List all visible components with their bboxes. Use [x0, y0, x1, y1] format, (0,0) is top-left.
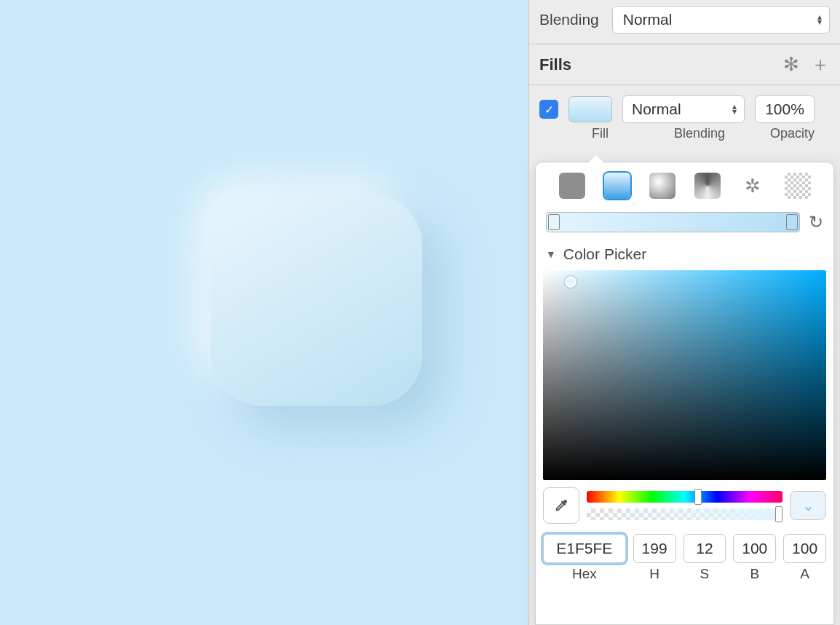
- chevron-updown-icon: ▴▾: [817, 15, 822, 25]
- color-value-labels: Hex H S B A: [543, 566, 826, 582]
- reverse-gradient-icon[interactable]: ↻: [809, 212, 823, 232]
- a-label: A: [783, 566, 826, 582]
- fill-sublabels: Fill Blending Opacity: [529, 123, 840, 143]
- alpha-slider[interactable]: [587, 508, 782, 520]
- chevron-updown-icon: ▴▾: [732, 104, 737, 114]
- gear-icon[interactable]: ✻: [783, 53, 799, 76]
- gradient-editor-row: ↻: [543, 212, 826, 232]
- fill-type-noise[interactable]: [785, 173, 811, 199]
- brightness-input[interactable]: 100: [733, 534, 776, 563]
- hue-thumb[interactable]: [694, 489, 702, 505]
- fill-type-image[interactable]: ✲: [740, 173, 766, 199]
- s-label: S: [684, 566, 726, 582]
- layer-blending-value: Normal: [623, 11, 673, 28]
- hue-input[interactable]: 199: [633, 534, 676, 563]
- color-popover: ✲ ↻ ▼ Color Picker: [535, 162, 834, 625]
- fills-section-header: Fills ✻ ＋: [529, 44, 840, 85]
- design-canvas[interactable]: [0, 0, 528, 625]
- fill-type-solid[interactable]: [559, 173, 585, 199]
- fill-blending-select[interactable]: Normal ▴▾: [622, 95, 745, 123]
- layer-blending-select[interactable]: Normal ▴▾: [612, 6, 830, 34]
- h-label: H: [633, 566, 676, 582]
- fill-type-linear[interactable]: [604, 173, 630, 199]
- hex-label: Hex: [543, 566, 626, 582]
- sliders-row: ⌄: [543, 487, 826, 524]
- color-picker-header[interactable]: ▼ Color Picker: [543, 245, 826, 263]
- plus-icon[interactable]: ＋: [811, 52, 830, 77]
- color-value-row: E1F5FE 199 12 100 100: [543, 534, 826, 563]
- saturation-input[interactable]: 12: [684, 534, 726, 563]
- b-label: B: [733, 566, 776, 582]
- gradient-bar[interactable]: [546, 212, 800, 232]
- inspector-panel: Blending Normal ▴▾ Fills ✻ ＋ ✓ Normal ▴▾…: [528, 0, 840, 625]
- gradient-stop-end[interactable]: [786, 214, 798, 230]
- gradient-stop-start[interactable]: [548, 214, 560, 230]
- alpha-input[interactable]: 100: [783, 534, 826, 563]
- color-picker-title: Color Picker: [563, 245, 646, 263]
- fill-entry-row: ✓ Normal ▴▾ 100%: [529, 85, 840, 123]
- fill-enabled-checkbox[interactable]: ✓: [539, 100, 558, 119]
- fill-sublabel: Fill: [592, 126, 609, 141]
- blending-sublabel: Blending: [674, 126, 725, 141]
- fill-type-tabs: ✲: [543, 173, 826, 199]
- fill-opacity-input[interactable]: 100%: [755, 95, 815, 123]
- expand-swatches-button[interactable]: ⌄: [790, 491, 826, 520]
- layer-blending-row: Blending Normal ▴▾: [529, 0, 840, 44]
- hue-slider[interactable]: [587, 491, 782, 503]
- opacity-sublabel: Opacity: [770, 126, 815, 141]
- sb-cursor[interactable]: [565, 276, 576, 288]
- fill-blending-value: Normal: [632, 101, 681, 118]
- selected-shape[interactable]: [211, 194, 422, 406]
- fills-title: Fills: [539, 55, 571, 74]
- fill-type-radial[interactable]: [649, 173, 675, 199]
- eyedropper-button[interactable]: [543, 487, 579, 524]
- hex-input[interactable]: E1F5FE: [543, 534, 626, 563]
- eyedropper-icon: [553, 498, 569, 514]
- blending-label: Blending: [539, 11, 599, 28]
- disclosure-triangle-icon: ▼: [546, 248, 556, 260]
- fill-type-angular[interactable]: [694, 173, 721, 199]
- chevron-down-icon: ⌄: [802, 497, 815, 514]
- alpha-thumb[interactable]: [775, 506, 782, 522]
- saturation-brightness-field[interactable]: [543, 270, 826, 480]
- fill-color-swatch[interactable]: [568, 96, 612, 122]
